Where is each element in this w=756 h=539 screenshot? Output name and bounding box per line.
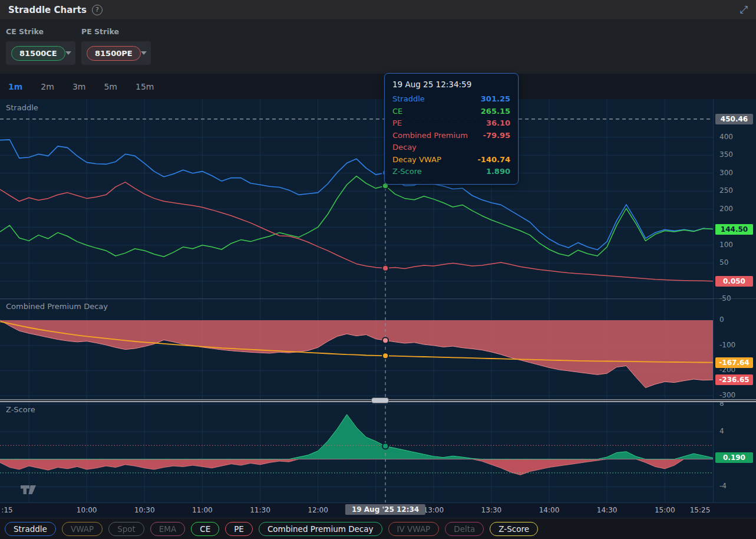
tooltip-row: Combined Premium Decay-79.95 (392, 130, 510, 154)
tooltip-row: Decay VWAP-140.74 (392, 154, 510, 166)
time-axis[interactable]: :1510:0010:3011:0011:3012:0013:0013:3014… (0, 502, 756, 518)
price-badge: 0.050 (715, 276, 753, 287)
time-label: 15:25 (690, 506, 711, 514)
time-label: 14:30 (597, 506, 618, 514)
app-header: Straddle Charts ? ⤢ (0, 0, 756, 20)
strike-controls: CE Strike 81500CE PE Strike 81500PE (0, 20, 756, 74)
time-label: 13:00 (424, 506, 444, 514)
time-label: 14:00 (539, 506, 560, 514)
toggle-iv-vwap[interactable]: IV VWAP (388, 522, 440, 536)
ce-strike-label: CE Strike (6, 27, 75, 36)
pe-strike-control: PE Strike 81500PE (81, 27, 151, 65)
price-tick: 50 (719, 258, 728, 267)
z-score-crosshair-dot (382, 443, 388, 449)
toggle-spot[interactable]: Spot (108, 522, 144, 536)
pane-splitter-handle[interactable] (371, 397, 389, 403)
z-score-positive-area (0, 415, 713, 459)
tooltip-row: CE265.15 (392, 106, 510, 118)
timeframe-15m[interactable]: 15m (136, 82, 154, 91)
price-axis[interactable]: 40035030025020010050-500-100-200-30084-4… (713, 99, 756, 502)
combined-premium-decay-crosshair-dot (382, 337, 388, 343)
time-label: 15:00 (655, 506, 675, 514)
panel-title-combined-premium-decay: Combined Premium Decay (6, 302, 108, 311)
time-label: 11:30 (250, 506, 270, 514)
toggle-pe[interactable]: PE (225, 522, 253, 536)
time-label: 11:00 (192, 506, 213, 514)
toggle-delta[interactable]: Delta (445, 522, 484, 536)
crosshair-time-badge: 19 Aug '25 12:34 (345, 504, 425, 515)
header-title-wrap: Straddle Charts ? (8, 5, 103, 15)
timeframe-3m[interactable]: 3m (72, 82, 86, 91)
price-badge: 144.50 (715, 224, 753, 235)
chevron-down-icon (141, 51, 147, 55)
help-icon[interactable]: ? (92, 5, 103, 15)
timeframe-5m[interactable]: 5m (104, 82, 117, 91)
price-tick: 200 (719, 205, 733, 213)
ce-line (0, 176, 713, 257)
combined-premium-decay-area (0, 320, 713, 387)
price-tick: -100 (719, 341, 735, 349)
price-badge: -167.64 (715, 357, 753, 368)
toggle-z-score[interactable]: Z-Score (490, 522, 538, 536)
z-score-negative-area (0, 459, 713, 475)
pe-crosshair-dot (382, 265, 388, 271)
tradingview-logo[interactable] (20, 485, 37, 497)
chevron-down-icon (65, 51, 71, 55)
tooltip-rows: Straddle301.25CE265.15PE36.10Combined Pr… (392, 93, 510, 178)
tooltip-row: Z-Score1.890 (392, 166, 510, 178)
timeframe-tabs: 1m2m3m5m15m (0, 74, 756, 99)
straddle-line (0, 140, 713, 250)
chart-canvas[interactable] (0, 99, 713, 502)
time-label: 10:00 (77, 506, 97, 514)
ce-strike-select[interactable]: 81500CE (6, 41, 75, 65)
decay-vwap-crosshair-dot (382, 353, 388, 359)
price-tick: -4 (719, 482, 727, 490)
straddle-charts-app: Straddle Charts ? ⤢ CE Strike 81500CE PE… (0, 0, 756, 539)
price-tick: 100 (719, 241, 733, 249)
price-badge: -236.65 (715, 374, 753, 385)
price-tick: 350 (719, 150, 733, 159)
toggle-straddle[interactable]: Straddle (5, 522, 56, 536)
time-label: 13:30 (481, 506, 502, 514)
pane-splitter[interactable] (0, 399, 756, 402)
tooltip-row: Straddle301.25 (392, 93, 510, 106)
toggle-ema[interactable]: EMA (150, 522, 185, 536)
tooltip-timestamp: 19 Aug 25 12:34:59 (392, 80, 510, 89)
panel-title-zscore: Z-Score (6, 405, 35, 414)
pe-strike-label: PE Strike (81, 27, 151, 36)
indicator-toolbar: StraddleVWAPSpotEMACEPECombined Premium … (0, 518, 756, 539)
price-badge: 0.190 (715, 452, 753, 463)
toggle-ce[interactable]: CE (191, 522, 219, 536)
pe-strike-value: 81500PE (87, 46, 141, 61)
time-label: :15 (1, 506, 12, 514)
pane-divider (0, 298, 756, 299)
price-tick: 4 (719, 427, 724, 435)
price-badge: 450.46 (715, 114, 753, 124)
pe-line (0, 182, 713, 281)
panel-title-straddle: Straddle (6, 103, 38, 112)
page-title: Straddle Charts (8, 5, 87, 15)
time-label: 12:00 (308, 506, 328, 514)
pe-strike-select[interactable]: 81500PE (81, 41, 151, 65)
price-tick: 250 (719, 186, 733, 195)
ce-strike-value: 81500CE (11, 46, 65, 61)
timeframe-1m[interactable]: 1m (8, 82, 22, 91)
toggle-combined-premium-decay[interactable]: Combined Premium Decay (259, 522, 382, 536)
time-label: 10:30 (134, 506, 155, 514)
timeframe-2m[interactable]: 2m (41, 82, 54, 91)
toggle-vwap[interactable]: VWAP (62, 522, 103, 536)
price-tick: 0 (719, 315, 724, 324)
chart-area[interactable]: Straddle Combined Premium Decay Z-Score (0, 99, 713, 502)
expand-icon[interactable]: ⤢ (740, 5, 748, 15)
price-tick: 400 (719, 133, 733, 141)
tooltip-row: PE36.10 (392, 117, 510, 130)
crosshair-tooltip: 19 Aug 25 12:34:59 Straddle301.25CE265.1… (384, 73, 519, 185)
price-tick: 300 (719, 169, 733, 177)
ce-strike-control: CE Strike 81500CE (6, 27, 75, 65)
price-tick: -300 (719, 391, 735, 399)
